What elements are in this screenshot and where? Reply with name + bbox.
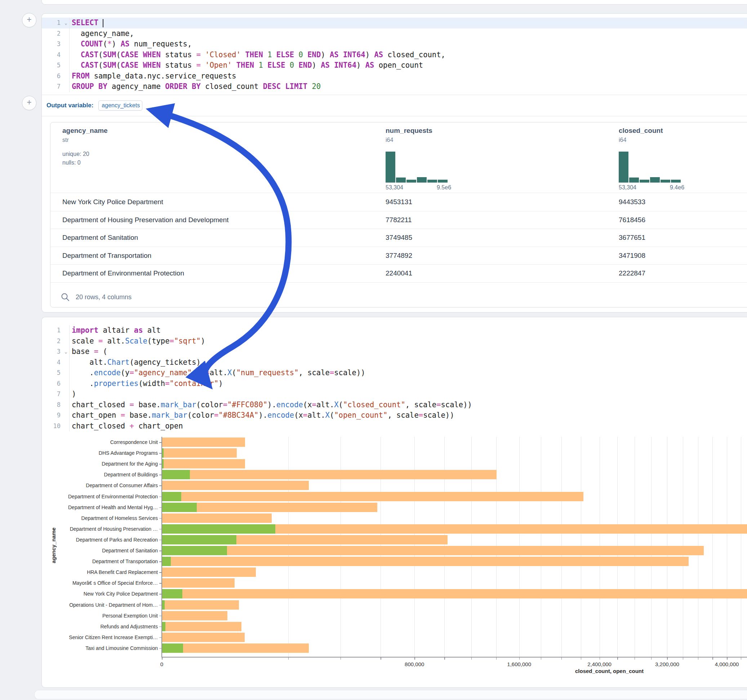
cell-agency-name: Department of Sanitation — [62, 234, 138, 241]
cell-num-requests: 3774892 — [386, 252, 412, 259]
code-line[interactable]: 2 agency_name, — [42, 29, 747, 39]
open-count-bar[interactable] — [162, 535, 236, 545]
code-line[interactable]: 3 COUNT(*) AS num_requests, — [42, 39, 747, 50]
code-text: chart_closed = base.mark_bar(color="#FFC… — [69, 400, 747, 410]
closed-count-bar[interactable] — [162, 492, 584, 501]
code-line[interactable]: 5 .encode(y="agency_name", x=alt.X("num_… — [42, 368, 747, 379]
x-axis-tick — [561, 658, 562, 660]
x-axis-tick — [162, 658, 163, 660]
x-axis-tick — [541, 658, 541, 660]
line-number: 5 — [42, 368, 63, 379]
code-line[interactable]: 9chart_open = base.mark_bar(color="#8BC3… — [42, 410, 747, 421]
x-axis-tick — [667, 658, 668, 660]
horizontal-scrollbar[interactable] — [34, 690, 747, 699]
histogram-bin — [650, 177, 660, 183]
line-number: 3 — [42, 346, 63, 357]
open-count-bar[interactable] — [162, 622, 165, 631]
closed-count-bar[interactable] — [162, 481, 309, 490]
code-line[interactable]: 4 alt.Chart(agency_tickets) — [42, 357, 747, 368]
code-line[interactable]: 8chart_closed = base.mark_bar(color="#FF… — [42, 400, 747, 410]
code-line[interactable]: 4 CAST(SUM(CASE WHEN status = 'Closed' T… — [42, 50, 747, 60]
table-row[interactable]: New York City Police Department945313194… — [50, 193, 747, 211]
closed-count-bar[interactable] — [162, 470, 496, 479]
output-variable-chip[interactable]: agency_tickets — [98, 101, 142, 110]
x-axis-tick — [340, 658, 341, 660]
column-header-num-requests[interactable]: num_requests — [386, 127, 432, 135]
y-axis-label: Department of Sanitation — [50, 548, 158, 554]
y-axis-label: Taxi and Limousine Commission — [50, 645, 158, 651]
open-count-bar[interactable] — [162, 600, 165, 609]
fold-arrow-icon[interactable]: ⌄ — [63, 18, 69, 29]
line-number: 5 — [42, 60, 63, 71]
x-axis-title: closed_count, open_count — [162, 668, 747, 674]
code-line[interactable]: 7GROUP BY agency_name ORDER BY closed_co… — [42, 81, 747, 92]
add-cell-button-top[interactable]: + — [22, 13, 36, 27]
open-count-bar[interactable] — [162, 589, 182, 599]
closed-count-bar[interactable] — [162, 589, 747, 599]
open-count-bar[interactable] — [162, 448, 163, 458]
open-count-bar[interactable] — [162, 503, 197, 512]
code-line[interactable]: 10chart_closed + chart_open — [42, 421, 747, 432]
column-stat-unique: unique: 20 — [62, 150, 108, 158]
x-axis-tick — [600, 658, 600, 660]
histogram-bin — [640, 180, 649, 183]
closed-count-bar[interactable] — [162, 448, 237, 458]
closed-count-bar[interactable] — [162, 557, 689, 566]
line-number: 2 — [42, 336, 63, 347]
closed-count-bar[interactable] — [162, 567, 256, 577]
column-header-closed-count[interactable]: closed_count — [619, 127, 663, 135]
closed-count-bar[interactable] — [162, 546, 704, 555]
python-editor[interactable]: 1import altair as alt2scale = alt.Scale(… — [42, 317, 747, 431]
code-line[interactable]: 7) — [42, 389, 747, 400]
x-axis-tick — [683, 658, 683, 660]
closed-count-bar[interactable] — [162, 578, 234, 588]
table-row[interactable]: Department of Transportation377489234719… — [50, 247, 747, 265]
code-line[interactable]: 6 .properties(width="container") — [42, 379, 747, 389]
x-axis-tick — [712, 658, 713, 660]
code-line[interactable]: 6FROM sample_data.nyc.service_requests — [42, 71, 747, 82]
line-number: 8 — [42, 400, 63, 410]
open-count-bar[interactable] — [162, 546, 227, 555]
closed-count-bar[interactable] — [162, 600, 239, 609]
code-line[interactable]: 1⌄SELECT — [42, 18, 747, 29]
open-count-bar[interactable] — [162, 524, 275, 534]
open-count-bar[interactable] — [162, 557, 171, 566]
open-count-bar[interactable] — [162, 643, 183, 653]
open-count-bar[interactable] — [162, 470, 190, 479]
search-icon[interactable] — [60, 293, 70, 302]
column-header-agency-name[interactable]: agency_name — [62, 127, 108, 135]
sql-editor[interactable]: 1⌄SELECT 2 agency_name,3 COUNT(*) AS num… — [42, 14, 747, 92]
code-text: scale = alt.Scale(type="sqrt") — [69, 336, 747, 347]
closed-count-bar[interactable] — [162, 633, 245, 642]
table-row[interactable]: Department of Housing Preservation and D… — [50, 211, 747, 229]
closed-count-bar[interactable] — [162, 513, 272, 523]
table-row[interactable]: Department of Environmental Protection22… — [50, 264, 747, 283]
y-axis-label: Department of Transportation — [50, 558, 158, 564]
x-axis-tick-label: 800,000 — [405, 661, 424, 667]
code-line[interactable]: 1import altair as alt — [42, 325, 747, 336]
histogram-bin — [417, 177, 426, 183]
line-number: 1 — [42, 18, 63, 29]
table-row[interactable]: Department of Sanitation37494853677651 — [50, 229, 747, 247]
line-number: 3 — [42, 39, 63, 50]
y-axis-label: HRA Benefit Card Replacement — [50, 569, 158, 575]
closed-count-bar[interactable] — [162, 438, 245, 447]
closed-count-bar[interactable] — [162, 459, 245, 468]
closed-count-bar[interactable] — [162, 622, 242, 631]
x-axis-tick-label: 1,600,000 — [507, 661, 531, 667]
closed-count-bar[interactable] — [162, 643, 309, 653]
add-cell-button-middle[interactable]: + — [22, 96, 36, 110]
open-count-bar[interactable] — [162, 459, 163, 468]
y-axis-label: Department of Buildings — [50, 472, 158, 477]
closed-count-bar[interactable] — [162, 611, 227, 620]
open-count-bar[interactable] — [162, 492, 181, 501]
code-line[interactable]: 3⌄base = ( — [42, 346, 747, 357]
altair-chart: agency_name Correspondence UnitDHS Advan… — [42, 436, 747, 685]
cell-closed-count: 7618456 — [619, 216, 646, 224]
fold-arrow-icon[interactable]: ⌄ — [63, 346, 69, 357]
code-text: FROM sample_data.nyc.service_requests — [69, 71, 747, 82]
cell-num-requests: 9453131 — [386, 198, 412, 206]
code-line[interactable]: 2scale = alt.Scale(type="sqrt") — [42, 336, 747, 347]
code-line[interactable]: 5 CAST(SUM(CASE WHEN status = 'Open' THE… — [42, 60, 747, 71]
code-text: .encode(y="agency_name", x=alt.X("num_re… — [69, 368, 747, 379]
